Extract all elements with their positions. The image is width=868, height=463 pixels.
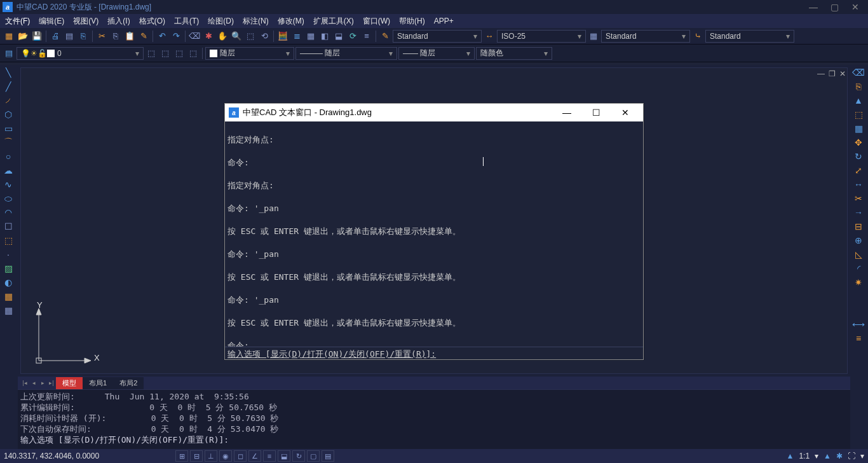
paste-icon[interactable]: 📋 <box>123 30 136 43</box>
clean-icon[interactable]: ≡ <box>360 30 373 43</box>
plotstyle-dropdown[interactable]: 随颜色 ▾ <box>476 47 552 60</box>
scale-label[interactable]: 1:1 <box>799 452 810 460</box>
layer-freeze-icon[interactable]: ⬚ <box>187 47 200 60</box>
save-icon[interactable]: 💾 <box>31 30 43 43</box>
grid-toggle[interactable]: ⊞ <box>175 450 188 462</box>
menu-view[interactable]: 视图(V) <box>73 16 98 27</box>
snap-toggle[interactable]: ⊟ <box>190 450 203 462</box>
scale-icon[interactable]: ⤢ <box>851 164 865 177</box>
tab-layout2[interactable]: 布局2 <box>113 377 144 389</box>
props-icon[interactable]: ≣ <box>290 30 303 43</box>
text-window-titlebar[interactable]: a 中望CAD 文本窗口 - Drawing1.dwg — ☐ ✕ <box>225 104 643 121</box>
zoom-win-icon[interactable]: ⬚ <box>244 30 257 43</box>
copy-icon[interactable]: ⎘ <box>109 30 122 43</box>
trim-icon[interactable]: ✂ <box>851 192 865 205</box>
ellipse-icon[interactable]: ⬭ <box>1 192 15 205</box>
doc-close[interactable]: ✕ <box>839 69 846 78</box>
arc-icon[interactable]: ⌒ <box>1 136 15 149</box>
ortho-toggle[interactable]: ⊥ <box>205 450 217 462</box>
break-icon[interactable]: ⊟ <box>851 220 865 233</box>
model-toggle[interactable]: ▢ <box>307 450 320 462</box>
fullscreen-icon[interactable]: ⛶ <box>848 452 855 460</box>
point-icon[interactable]: · <box>1 248 15 261</box>
osnap-toggle[interactable]: ◻ <box>234 450 247 462</box>
erase-icon[interactable]: ⌫ <box>188 30 201 43</box>
chevron-down-icon[interactable]: ▾ <box>815 452 818 460</box>
sheetset-icon[interactable]: ⬓ <box>332 30 345 43</box>
tab-model[interactable]: 模型 <box>56 377 83 389</box>
layer-iso-icon[interactable]: ⬚ <box>159 47 172 60</box>
layer-dropdown[interactable]: 💡 ☀ 🔓 0 ▾ <box>17 47 144 60</box>
textstyle-dropdown[interactable]: Standard ▾ <box>393 30 482 43</box>
insert-icon[interactable]: ☐ <box>1 220 15 233</box>
tab-last[interactable]: ▸| <box>47 378 56 387</box>
preview-icon[interactable]: ▤ <box>63 30 76 43</box>
dimstyle-icon[interactable]: ✎ <box>379 30 391 43</box>
close-button[interactable]: ✕ <box>851 2 859 12</box>
menu-file[interactable]: 文件(F) <box>5 16 30 27</box>
line-icon[interactable]: ╲ <box>1 66 15 79</box>
hatch-icon[interactable]: ▨ <box>1 262 15 275</box>
menu-edit[interactable]: 编辑(E) <box>39 16 64 27</box>
menu-format[interactable]: 格式(O) <box>139 16 165 27</box>
menu-modify[interactable]: 修改(M) <box>278 16 304 27</box>
xline-icon[interactable]: ╱ <box>1 80 15 93</box>
menu-draw[interactable]: 绘图(D) <box>208 16 234 27</box>
annovis-icon[interactable]: ✱ <box>836 452 843 460</box>
gradient-icon[interactable]: ◐ <box>1 276 15 289</box>
regen-icon[interactable]: ⟳ <box>346 30 359 43</box>
chamfer-icon[interactable]: ◺ <box>851 248 865 261</box>
table-icon[interactable]: ▦ <box>587 30 600 43</box>
erase-icon[interactable]: ⌫ <box>851 66 865 79</box>
polyline-icon[interactable]: ⟋ <box>1 94 15 107</box>
stretch-icon[interactable]: ↔ <box>851 178 865 191</box>
spline-icon[interactable]: ∿ <box>1 178 15 191</box>
mirror-icon[interactable]: ▲ <box>851 94 865 107</box>
revcloud-icon[interactable]: ☁ <box>1 164 15 177</box>
dyn-toggle[interactable]: ⬓ <box>278 450 290 462</box>
menu-insert[interactable]: 插入(I) <box>107 16 130 27</box>
doc-minimize[interactable]: — <box>817 69 825 78</box>
doc-restore[interactable]: ❐ <box>829 69 836 78</box>
ellipsearc-icon[interactable]: ◠ <box>1 206 15 219</box>
minimize-button[interactable]: — <box>809 2 818 12</box>
palette-icon[interactable]: ◧ <box>318 30 331 43</box>
cycle-toggle[interactable]: ↻ <box>292 450 305 462</box>
menu-dim[interactable]: 标注(N) <box>243 16 269 27</box>
tab-prev[interactable]: ◂ <box>29 378 38 387</box>
otrack-toggle[interactable]: ∠ <box>248 450 261 462</box>
tablestyle-dropdown[interactable]: Standard ▾ <box>601 30 690 43</box>
measure-icon[interactable]: ⟷ <box>851 318 865 331</box>
linetype-dropdown[interactable]: ——— 随层 ▾ <box>295 47 397 60</box>
new-icon[interactable]: ▦ <box>3 30 15 43</box>
tw-minimize[interactable]: — <box>553 104 581 121</box>
dim-icon[interactable]: ↔ <box>483 30 496 43</box>
matchprop-icon[interactable]: ✎ <box>137 30 150 43</box>
zoom-rt-icon[interactable]: 🔍 <box>230 30 243 43</box>
region-icon[interactable]: ▦ <box>1 290 15 303</box>
join-icon[interactable]: ⊕ <box>851 234 865 247</box>
smartselect-icon[interactable]: ✱ <box>202 30 215 43</box>
circle-icon[interactable]: ○ <box>1 150 15 163</box>
mleaderstyle-dropdown[interactable]: Standard ▾ <box>705 30 794 43</box>
layers-icon[interactable]: ▤ <box>3 47 15 60</box>
fillet-icon[interactable]: ◜ <box>851 262 865 275</box>
polygon-icon[interactable]: ⬡ <box>1 108 15 121</box>
tab-next[interactable]: ▸ <box>38 378 47 387</box>
rotate-icon[interactable]: ↻ <box>851 150 865 163</box>
menu-icon[interactable]: ▾ <box>860 452 864 460</box>
publish-icon[interactable]: ⎘ <box>77 30 90 43</box>
tab-first[interactable]: |◂ <box>20 378 29 387</box>
redo-icon[interactable]: ↷ <box>170 30 182 43</box>
menu-app[interactable]: APP+ <box>434 17 454 25</box>
zoom-prev-icon[interactable]: ⟲ <box>258 30 271 43</box>
tab-layout1[interactable]: 布局1 <box>83 377 113 389</box>
dimstyle-dropdown[interactable]: ISO-25 ▾ <box>497 30 586 43</box>
table-icon[interactable]: ▦ <box>1 304 15 317</box>
rectangle-icon[interactable]: ▭ <box>1 122 15 135</box>
offset-icon[interactable]: ⬚ <box>851 108 865 121</box>
extend-icon[interactable]: → <box>851 206 865 219</box>
pan-icon[interactable]: ✋ <box>216 30 229 43</box>
undo-icon[interactable]: ↶ <box>156 30 168 43</box>
print-icon[interactable]: 🖨 <box>49 30 62 43</box>
